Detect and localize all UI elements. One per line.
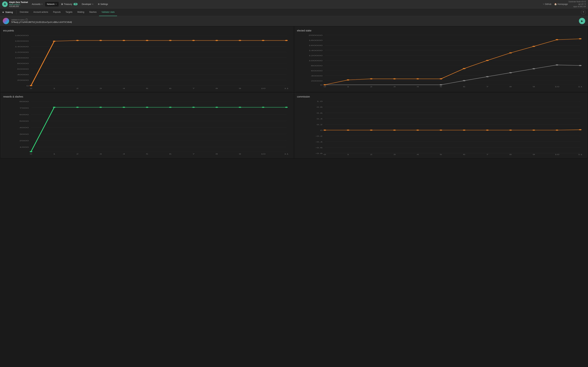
svg-point-23 [99,40,102,41]
svg-text:-0.2: -0.2 [315,135,322,137]
svg-text:20000: 20000 [17,79,29,81]
svg-text:6: 6 [463,154,465,155]
treasury-nav[interactable]: 🏛 Treasury 74 [59,2,79,7]
svg-point-66 [323,84,326,85]
era-points-title: era points [3,29,291,32]
homepage-link[interactable]: 🏠 Homepage [554,3,568,5]
svg-point-73 [486,60,489,61]
svg-point-22 [76,40,79,41]
staking-bar: ✦ Staking Overview Account actions Payou… [0,8,588,16]
elected-stake-svg: 200000 180000 160000 140000 120000 10000… [297,33,585,89]
github-link[interactable]: ⑂ GitHub [543,3,551,5]
svg-text:11: 11 [284,153,289,155]
svg-text:60000: 60000 [17,68,29,70]
help-button[interactable]: ? [581,10,586,15]
svg-point-124 [262,107,265,108]
svg-point-120 [169,107,172,108]
network-info: Aleph Zero Testnet aleph-node/11 #16,665… [9,1,28,7]
svg-point-162 [416,130,419,131]
svg-text:4000: 4000 [19,127,29,129]
svg-point-158 [323,130,326,131]
svg-text:3: 3 [100,87,102,89]
version-info: Substrate Node v0.4.0 api v6.7.2 apps v0… [568,0,586,8]
elected-stake-chart: 200000 180000 160000 140000 120000 10000… [297,33,585,89]
svg-text:2000: 2000 [19,140,29,142]
rewards-slashes-panel: rewards & slashes 8000 7000 6000 5000 40… [0,92,294,158]
svg-text:0: 0 [324,86,326,87]
svg-text:2: 2 [76,153,78,155]
tab-payouts[interactable]: Payouts [51,8,63,16]
network-nav[interactable]: Network ▼ [45,2,59,7]
tab-targets[interactable]: Targets [63,8,75,16]
svg-point-117 [99,107,102,108]
svg-text:60000: 60000 [311,70,322,72]
svg-point-165 [486,130,489,131]
settings-nav[interactable]: ⚙ Settings [96,2,110,7]
era-points-chart: 180000 160000 140000 120000 100000 80000… [3,33,291,89]
era-points-panel: era points 180000 160000 140000 120000 1 [0,26,294,92]
svg-point-82 [532,68,535,69]
tab-overview[interactable]: Overview [17,8,31,16]
svg-text:5: 5 [146,87,148,89]
svg-text:8000: 8000 [19,100,29,102]
era-points-svg: 180000 160000 140000 120000 100000 80000… [3,33,291,89]
svg-text:0: 0 [320,84,322,86]
tab-validator-stats[interactable]: Validator stats [99,8,117,16]
svg-point-81 [509,72,512,73]
svg-point-167 [532,130,535,131]
rewards-slashes-title: rewards & slashes [3,95,291,98]
svg-text:180000: 180000 [309,40,322,41]
svg-text:8: 8 [510,86,512,87]
svg-point-75 [532,46,535,47]
app-logo[interactable]: A [2,1,8,7]
svg-text:-0.4: -0.4 [315,141,322,143]
homepage-label: Homepage [558,3,568,5]
svg-point-121 [192,107,195,108]
svg-text:7000: 7000 [19,107,29,109]
svg-text:80000: 80000 [17,62,29,64]
svg-point-27 [192,40,195,41]
svg-point-21 [53,41,56,42]
svg-text:4: 4 [416,86,419,87]
svg-point-79 [463,80,466,81]
svg-point-30 [262,40,265,41]
svg-text:140000: 140000 [309,50,322,51]
developer-nav[interactable]: Developer ▼ [80,2,95,7]
svg-text:8: 8 [216,153,218,155]
tab-waiting[interactable]: Waiting [75,8,87,16]
svg-point-161 [393,130,396,131]
svg-text:-0.6: -0.6 [315,147,322,149]
treasury-icon: 🏛 [61,3,63,5]
help-icon: ? [25,18,28,21]
svg-text:80000: 80000 [311,65,322,67]
svg-text:160000: 160000 [309,45,322,46]
svg-text:40000: 40000 [311,75,322,76]
svg-point-168 [556,130,558,131]
svg-text:5000: 5000 [19,120,29,122]
svg-point-169 [579,129,582,130]
svg-point-78 [440,84,442,85]
svg-text:11: 11 [578,86,583,87]
svg-text:9: 9 [533,154,535,155]
svg-text:1: 1 [53,153,55,155]
commission-svg: 1.0 0.8 0.6 0.4 0.2 0 -0.2 -0.4 -0.6 -0.… [297,100,585,155]
settings-label: Settings [100,3,108,5]
tab-account-actions[interactable]: Account actions [31,8,51,16]
svg-point-67 [347,79,349,80]
staking-label: ✦ Staking [2,11,13,14]
svg-point-122 [216,107,218,108]
svg-text:0: 0 [26,85,29,87]
svg-text:120000: 120000 [15,51,29,53]
tab-divider [16,10,17,14]
svg-text:160000: 160000 [15,40,29,42]
tab-slashes[interactable]: Slashes [87,8,99,16]
validator-bar: validator to query ? 5FNwqLytYaX4UiNXTU2… [0,16,588,26]
svg-text:11: 11 [578,154,583,155]
play-button[interactable]: ▶ [579,18,585,24]
svg-point-163 [440,130,442,131]
rewards-slashes-chart: 8000 7000 6000 5000 4000 3000 2000 1000 [3,100,291,155]
accounts-nav[interactable]: Accounts ▼ [30,2,44,7]
treasury-badge: 74 [73,3,78,5]
svg-text:7: 7 [486,154,488,155]
svg-text:1.0: 1.0 [317,100,322,102]
